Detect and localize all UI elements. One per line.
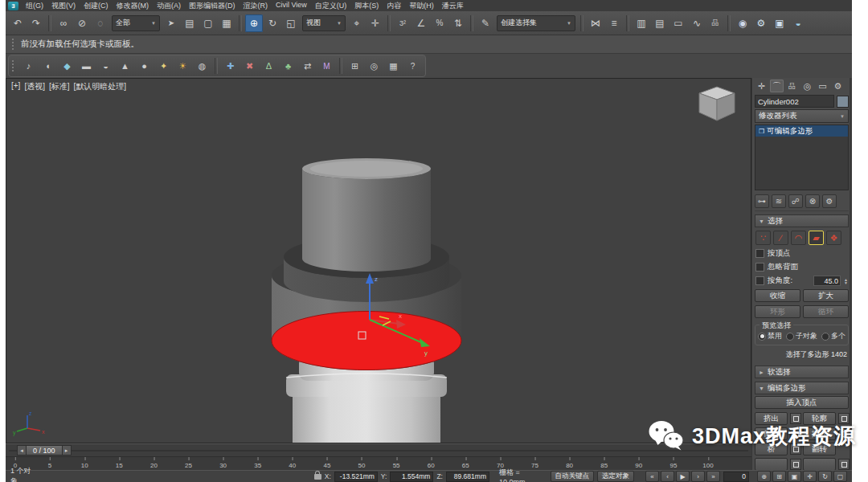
menu-item-11[interactable]: 帮助(H) (405, 1, 438, 11)
red-cross-tool-icon[interactable]: ✖ (240, 58, 259, 75)
select-and-rotate-icon[interactable]: ↻ (264, 14, 281, 32)
menu-item-1[interactable]: 视图(V) (47, 1, 80, 11)
edit-named-selection-sets-icon[interactable]: ✎ (477, 14, 494, 32)
select-by-name-icon[interactable]: ▤ (181, 14, 199, 32)
obscured-button-2[interactable] (803, 458, 836, 470)
reference-coordinate-system-dropdown[interactable]: 视图 ▼ (302, 15, 346, 31)
droplet-tool-icon[interactable]: ◆ (58, 58, 76, 75)
star-tool-icon[interactable]: ✦ (154, 58, 173, 75)
next-frame-button[interactable]: › (691, 471, 705, 482)
camera-tool-icon[interactable]: ◎ (365, 58, 383, 75)
unlink-selection-icon[interactable]: ⊘ (73, 14, 91, 32)
tab-utilities[interactable]: ⚙ (831, 80, 845, 92)
tab-modify[interactable]: ⌒ (770, 80, 784, 92)
make-unique-icon[interactable]: ☍ (788, 194, 803, 208)
remove-modifier-icon[interactable]: ⊗ (805, 194, 820, 208)
orbit-icon[interactable]: ↻ (818, 471, 832, 482)
go-to-start-button[interactable]: « (645, 471, 659, 482)
plant-tool-icon[interactable]: ♣ (279, 58, 297, 75)
shrink-button[interactable]: 收缩 (755, 289, 800, 302)
select-and-scale-icon[interactable]: ◱ (282, 14, 300, 32)
preview-option-1[interactable]: 子对象 (786, 331, 817, 341)
undo-icon[interactable]: ↶ (9, 14, 27, 32)
menu-item-0[interactable]: 组(G) (22, 1, 47, 11)
grow-button[interactable]: 扩大 (803, 289, 849, 302)
previous-frame-arrow-icon[interactable]: ◂ (17, 445, 27, 455)
snaps-toggle-icon[interactable]: 3² (394, 14, 411, 32)
viewport-menu-plus[interactable]: [+] (11, 81, 20, 92)
menu-item-4[interactable]: 动画(A) (153, 1, 185, 11)
mirror-icon[interactable]: ⋈ (587, 14, 604, 32)
stack-item-editable-poly[interactable]: ❒ 可编辑多边形 (755, 125, 848, 137)
selection-filter-dropdown[interactable]: 全部 ▼ (112, 15, 160, 31)
menu-item-10[interactable]: 内容 (383, 1, 405, 11)
z-coordinate-field[interactable]: 89.681mm (446, 472, 489, 482)
toggle-ribbon-icon[interactable]: ▭ (669, 14, 687, 32)
polygon-mode-icon[interactable]: ▰ (809, 231, 824, 245)
bind-to-space-warp-icon[interactable]: ◌ (92, 14, 109, 32)
key-filter-dropdown[interactable]: 选定对象 (597, 471, 634, 482)
selection-lock-icon[interactable] (314, 474, 321, 480)
pin-stack-icon[interactable]: ⊶ (755, 194, 769, 208)
obscured-button-1-settings-icon[interactable] (790, 459, 801, 470)
go-to-end-button[interactable]: » (706, 471, 720, 482)
obscured-button-2-settings-icon[interactable] (838, 459, 850, 470)
named-selection-sets-dropdown[interactable]: 创建选择集 ▼ (497, 15, 575, 31)
maximize-viewport-toggle-icon[interactable]: ▢ (833, 471, 847, 482)
time-slider-handle[interactable]: ◂ 0 / 100 ▸ (17, 445, 72, 455)
toggle-layer-explorer-icon[interactable]: ▤ (651, 14, 669, 32)
menu-item-9[interactable]: 脚本(S) (350, 1, 383, 11)
select-and-link-icon[interactable]: ∞ (55, 14, 72, 32)
viewport-menu-shading[interactable]: [默认明暗处理] (74, 81, 127, 92)
menu-item-2[interactable]: 创建(C) (80, 1, 113, 11)
object-color-swatch[interactable] (837, 96, 849, 108)
geosphere-tool-icon[interactable]: ◍ (193, 58, 211, 75)
m-script-tool-icon[interactable]: M (317, 58, 336, 75)
loop-button[interactable]: 循环 (803, 305, 849, 318)
help-tool-icon[interactable]: ? (403, 58, 422, 75)
schematic-view-icon[interactable]: 品 (706, 14, 724, 32)
play-button[interactable]: ▶ (676, 471, 690, 482)
menu-item-6[interactable]: 渲染(R) (240, 1, 272, 11)
toolbar-grip-icon[interactable] (12, 60, 16, 71)
by-vertex-checkbox[interactable]: 按顶点 (755, 247, 849, 260)
tab-hierarchy[interactable]: 品 (785, 80, 799, 92)
render-production-icon[interactable]: ◒ (789, 14, 807, 32)
modifier-list-dropdown[interactable]: 修改器列表 ▼ (755, 109, 849, 123)
rendered-frame-window-icon[interactable]: ▣ (771, 14, 788, 32)
audio-tool-icon[interactable]: ♪ (19, 58, 38, 75)
menu-item-7[interactable]: Civil View (272, 1, 311, 11)
menu-item-12[interactable]: 潘云库 (438, 1, 468, 11)
perspective-viewport[interactable]: [+] [透视] [标准] [默认明暗处理] (6, 78, 751, 443)
sun-tool-icon[interactable]: ☀ (174, 58, 192, 75)
swap-tool-icon[interactable]: ⇄ (298, 58, 317, 75)
tab-create[interactable]: ✛ (755, 80, 768, 92)
render-setup-icon[interactable]: ⚙ (752, 14, 770, 32)
menu-item-3[interactable]: 修改器(M) (113, 1, 154, 11)
rollout-selection[interactable]: ▼ 选择 (755, 214, 849, 227)
x-coordinate-field[interactable]: -13.521mm (334, 472, 378, 482)
ring-button[interactable]: 环形 (755, 305, 800, 318)
current-frame-field[interactable]: 0 (723, 472, 749, 482)
curve-editor-icon[interactable]: ∿ (688, 14, 706, 32)
select-object-icon[interactable]: ➤ (162, 14, 180, 32)
viewport-menu-view[interactable]: [透视] (24, 81, 45, 92)
element-mode-icon[interactable]: ❖ (826, 231, 841, 245)
angle-value-field[interactable]: 45.0 (813, 276, 841, 286)
flask-tool-icon[interactable]: Δ (260, 58, 278, 75)
percent-snap-icon[interactable]: % (431, 14, 448, 32)
edge-mode-icon[interactable]: ∕ (773, 231, 788, 245)
viewport-menu-style[interactable]: [标准] (49, 81, 70, 92)
time-slider-label[interactable]: 0 / 100 (27, 445, 62, 455)
by-angle-checkbox[interactable]: 按角度: 45.0 ▲▼ (755, 274, 849, 288)
menu-item-8[interactable]: 自定义(U) (311, 1, 351, 11)
toggle-scene-explorer-icon[interactable]: ▥ (633, 14, 650, 32)
tab-motion[interactable]: ◎ (800, 80, 814, 92)
y-coordinate-field[interactable]: 1.554mm (390, 472, 433, 482)
rollout-soft-selection[interactable]: ► 软选择 (755, 366, 849, 378)
configure-modifier-sets-icon[interactable]: ⚙ (822, 194, 837, 208)
pan-icon[interactable]: ✛ (803, 471, 817, 482)
zoom-extents-icon[interactable]: ▣ (788, 471, 801, 482)
window-crossing-icon[interactable]: ▦ (218, 14, 235, 32)
ribbon-grip-icon[interactable] (12, 39, 16, 50)
